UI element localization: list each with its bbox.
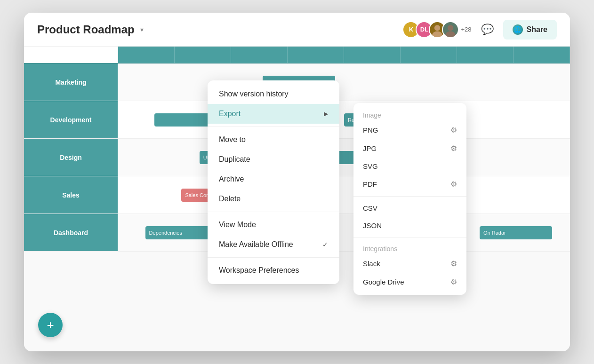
svg-point-3 bbox=[446, 31, 456, 38]
secondary-menu: Image PNG ⚙ JPG ⚙ SVG PDF ⚙ bbox=[353, 103, 466, 295]
avatar-group: K DL +28 bbox=[402, 21, 471, 38]
menu-item-label: Google Drive bbox=[363, 278, 404, 286]
menu-divider bbox=[208, 257, 339, 258]
dropdown-overlay: Show version history Export ▶ Move to Du… bbox=[24, 47, 570, 351]
gear-icon[interactable]: ⚙ bbox=[450, 180, 457, 189]
menu-item-svg[interactable]: SVG bbox=[353, 158, 466, 175]
globe-icon: 🌐 bbox=[513, 24, 523, 35]
menu-item-png[interactable]: PNG ⚙ bbox=[353, 121, 466, 139]
section-label-integrations: Integrations bbox=[353, 240, 466, 254]
avatar-count: +28 bbox=[461, 26, 471, 33]
gear-icon[interactable]: ⚙ bbox=[450, 126, 457, 135]
menu-item-label: Duplicate bbox=[219, 155, 250, 164]
menu-item-delete[interactable]: Delete bbox=[208, 189, 339, 209]
menu-item-view-mode[interactable]: View Mode bbox=[208, 215, 339, 235]
section-label-image: Image bbox=[353, 107, 466, 121]
gear-icon[interactable]: ⚙ bbox=[450, 277, 457, 286]
menu-item-offline[interactable]: Make Available Offline ✓ bbox=[208, 235, 339, 254]
check-icon: ✓ bbox=[322, 241, 328, 248]
menu-divider bbox=[208, 212, 339, 212]
svg-point-0 bbox=[434, 25, 440, 31]
chat-icon[interactable]: 💬 bbox=[481, 24, 494, 36]
menu-item-move-to[interactable]: Move to bbox=[208, 130, 339, 150]
main-content: Marketing Development Re... Design UI Mo… bbox=[24, 47, 570, 351]
menu-item-workspace-prefs[interactable]: Workspace Preferences bbox=[208, 261, 339, 280]
menu-item-label: Delete bbox=[219, 195, 241, 203]
share-label: Share bbox=[527, 25, 547, 34]
menu-item-label: Show version history bbox=[219, 90, 289, 98]
menu-item-label: CSV bbox=[363, 204, 377, 212]
gear-icon[interactable]: ⚙ bbox=[450, 144, 457, 153]
menu-divider bbox=[353, 196, 466, 197]
menu-item-label: Move to bbox=[219, 135, 246, 144]
menu-divider bbox=[208, 127, 339, 127]
menu-item-csv[interactable]: CSV bbox=[353, 199, 466, 217]
app-window: Product Roadmap ▾ K DL +28 💬 🌐 Share bbox=[24, 13, 570, 351]
avatar[interactable] bbox=[442, 21, 459, 38]
chevron-down-icon[interactable]: ▾ bbox=[140, 26, 144, 33]
menu-item-version-history[interactable]: Show version history bbox=[208, 84, 339, 104]
menu-item-export[interactable]: Export ▶ bbox=[208, 104, 339, 124]
menu-item-label: View Mode bbox=[219, 221, 256, 229]
menu-item-label: PDF bbox=[363, 180, 377, 188]
menu-divider bbox=[353, 237, 466, 237]
share-button[interactable]: 🌐 Share bbox=[503, 20, 557, 40]
menu-item-label: Workspace Preferences bbox=[219, 266, 299, 275]
menu-item-slack[interactable]: Slack ⚙ bbox=[353, 254, 466, 273]
menu-item-pdf[interactable]: PDF ⚙ bbox=[353, 175, 466, 193]
header: Product Roadmap ▾ K DL +28 💬 🌐 Share bbox=[24, 13, 570, 47]
menu-item-archive[interactable]: Archive bbox=[208, 169, 339, 189]
menu-item-label: JPG bbox=[363, 144, 377, 152]
menu-item-label: Export bbox=[219, 110, 241, 118]
menu-item-label: PNG bbox=[363, 126, 378, 134]
svg-point-1 bbox=[433, 31, 442, 38]
menu-item-duplicate[interactable]: Duplicate bbox=[208, 150, 339, 169]
page-title: Product Roadmap bbox=[37, 23, 135, 36]
svg-point-2 bbox=[448, 25, 453, 31]
menu-item-label: Archive bbox=[219, 175, 244, 183]
menu-item-json[interactable]: JSON bbox=[353, 217, 466, 234]
primary-menu: Show version history Export ▶ Move to Du… bbox=[208, 80, 339, 284]
gear-icon[interactable]: ⚙ bbox=[450, 259, 457, 268]
menu-item-label: SVG bbox=[363, 162, 378, 170]
menu-item-jpg[interactable]: JPG ⚙ bbox=[353, 139, 466, 158]
arrow-icon: ▶ bbox=[324, 111, 328, 117]
menu-item-label: JSON bbox=[363, 222, 382, 229]
menu-item-google-drive[interactable]: Google Drive ⚙ bbox=[353, 273, 466, 291]
menu-item-label: Slack bbox=[363, 260, 380, 268]
menu-item-label: Make Available Offline bbox=[219, 240, 293, 249]
